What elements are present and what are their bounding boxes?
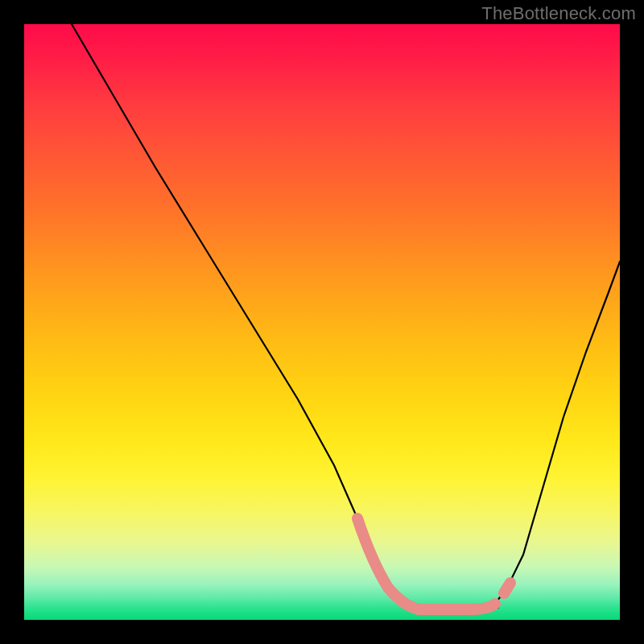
chart-frame: TheBottleneck.com bbox=[0, 0, 644, 644]
flat-region-highlight bbox=[357, 518, 495, 609]
watermark-text: TheBottleneck.com bbox=[481, 3, 636, 24]
flat-region-highlight-right-dot bbox=[504, 583, 510, 593]
bottleneck-curve bbox=[24, 24, 620, 620]
plot-area bbox=[24, 24, 620, 620]
curve-right-branch bbox=[495, 262, 620, 604]
